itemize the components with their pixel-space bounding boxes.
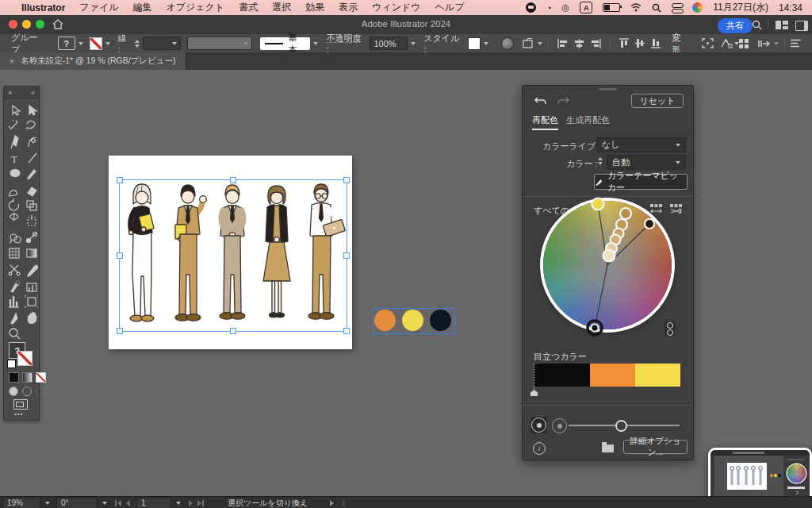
tab-close-icon[interactable]: × [10,56,14,66]
stroke-chevron-icon[interactable] [105,42,110,45]
fill-color-swatch[interactable]: ? [58,37,75,50]
selection-handle-nw[interactable] [117,177,123,183]
tools-close-icon[interactable]: × [8,89,12,97]
vibrant-radio-selected[interactable] [530,417,547,433]
align-bottom-icon[interactable] [651,38,661,48]
tab-generative-recolor[interactable]: 生成再配色 [566,114,610,130]
wheel-color-marker-1[interactable] [620,208,631,219]
wheel-color-marker-6[interactable] [603,250,615,262]
wheel-color-marker-0[interactable] [592,198,604,210]
share-button[interactable]: 共有 [718,18,753,33]
opacity-field[interactable]: 100% [370,37,408,50]
prominent-color-segment-0[interactable] [534,364,590,387]
variable-width-field[interactable] [187,37,252,50]
edit-toolbar-icon[interactable]: ••• [14,410,23,418]
next-artboard-icon[interactable] [189,500,193,506]
wheel-base-marker[interactable] [592,325,599,332]
rotation-chevron-icon[interactable] [102,502,107,505]
stroke-color-swatch[interactable] [90,37,102,50]
brush-chevron-icon[interactable] [313,42,318,45]
menu-item-window[interactable]: ウィンドウ [372,1,420,14]
muted-radio[interactable] [552,418,567,433]
artboard-chevron-icon[interactable] [538,42,542,45]
prominent-colors-bar[interactable] [534,364,680,387]
screen-mirroring-icon[interactable]: ◎ [562,2,570,13]
advanced-options-button[interactable]: 詳細オプション... [623,440,688,454]
tools-collapse-icon[interactable]: « [31,89,35,97]
first-artboard-icon[interactable] [115,500,121,506]
artboard-chevron-icon-status[interactable] [176,502,181,505]
reset-button[interactable]: リセット [631,94,684,108]
document-tab[interactable]: × 名称未設定-1* @ 19 % (RGB/プレビュー) [0,52,186,70]
tool-icons[interactable]: T [5,102,38,326]
selection-handle-n[interactable] [230,177,236,183]
audio-device-icon[interactable]: ◔ [546,3,552,13]
link-harmony-icon[interactable] [665,321,675,337]
menu-item-help[interactable]: ヘルプ [435,1,465,14]
draw-inside-icon[interactable] [36,387,45,396]
search-icon[interactable] [752,20,762,30]
selection-handle-w[interactable] [117,252,123,259]
wheel-color-marker-7[interactable] [645,219,654,229]
artboard-swatch-2[interactable] [430,310,451,331]
tab-recolor[interactable]: 再配色 [532,114,558,130]
selection-handle-e[interactable] [343,252,350,259]
zoom-chevron-icon[interactable] [45,502,50,505]
preferences-grid-icon[interactable] [739,39,749,48]
prominent-color-segment-2[interactable] [635,364,680,387]
stroke-weight-field[interactable] [143,37,181,50]
battery-icon[interactable] [603,3,620,12]
opacity-chevron-icon[interactable] [411,42,416,45]
wifi-icon[interactable] [630,3,642,12]
menu-item-view[interactable]: 表示 [339,1,358,14]
menu-item-file[interactable]: ファイル [79,1,118,14]
gradient-mode-button[interactable] [22,372,33,383]
align-middle-icon[interactable] [635,38,645,48]
artboard-swatch-1[interactable] [402,310,423,331]
selection-handle-s[interactable] [230,328,236,334]
control-center-icon[interactable] [672,3,682,12]
browser-app-icon[interactable] [692,2,703,13]
align-right-icon[interactable] [591,39,601,48]
panel-dock-icon[interactable] [758,39,771,48]
artboard-swatch-0[interactable] [374,310,396,331]
prominent-divider-line[interactable] [534,364,534,391]
menu-item-app[interactable]: Illustrator [21,2,65,13]
stroke-indicator[interactable] [17,351,33,366]
menu-item-effect[interactable]: 効果 [305,1,324,14]
draw-behind-icon[interactable] [22,387,32,396]
document-setup-icon[interactable] [501,37,514,50]
style-swatch[interactable] [468,37,481,50]
selection-bounding-box[interactable] [119,179,347,332]
align-top-icon[interactable] [619,38,629,48]
panel-toggle-icon[interactable] [795,21,808,31]
transform-label[interactable]: 変形 [672,32,689,56]
color-theme-picker-button[interactable]: カラーテーマピッカー [594,174,688,190]
artboard-options-icon[interactable] [522,38,536,49]
panel-drag-handle[interactable] [599,88,617,90]
menu-list-icon[interactable] [791,39,801,48]
menu-item-object[interactable]: オブジェクト [166,1,224,14]
screen-mode-icon[interactable] [13,399,28,410]
status-play-icon[interactable] [330,500,334,506]
menu-item-type[interactable]: 書式 [239,1,258,14]
save-to-swatches-folder-icon[interactable] [602,444,614,452]
workspace-switcher-icon[interactable] [776,21,788,29]
colors-stepper[interactable] [598,157,603,165]
fill-chevron-icon[interactable] [79,42,83,45]
selection-handle-ne[interactable] [343,177,350,183]
prominent-color-segment-1[interactable] [590,364,634,387]
style-chevron-icon[interactable] [484,42,488,45]
brush-definition-field[interactable]: 基本 [260,37,311,50]
selection-handle-se[interactable] [343,328,350,334]
color-mode-button[interactable] [9,372,19,383]
menubar-date[interactable]: 11月27日(水) [713,1,768,14]
colors-count-select[interactable]: 自動 [607,155,686,170]
swatch-group[interactable] [374,310,451,331]
align-left-icon[interactable] [557,39,568,48]
info-icon[interactable]: i [533,442,546,455]
menu-item-edit[interactable]: 編集 [132,1,151,14]
prominent-divider-handle[interactable] [530,390,538,396]
zoom-level-field[interactable]: 19% [2,498,40,508]
rotation-field[interactable]: 0° [56,498,98,508]
